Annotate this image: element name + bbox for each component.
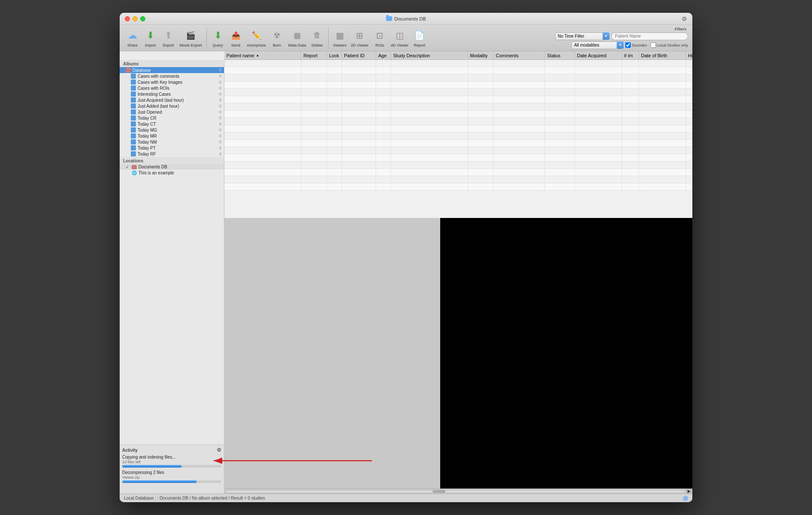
soundex-checkbox-label[interactable]: Soundex [625, 42, 647, 48]
export-button[interactable]: ⬆ Export [160, 28, 177, 48]
search-input[interactable] [611, 32, 688, 40]
sidebar-item-just-opened[interactable]: Just Opened 0 [120, 109, 224, 115]
modality-filter-select[interactable]: All modalities [571, 41, 623, 49]
2d-viewer-label: 2D Viewer [351, 43, 368, 47]
table-row[interactable] [224, 103, 692, 111]
gear-icon[interactable]: ⚙ [682, 15, 687, 22]
table-cell [224, 154, 301, 161]
col-lock[interactable]: Lock [327, 51, 342, 59]
sidebar-item-today-pt[interactable]: Today PT 0 [120, 145, 224, 151]
col-report[interactable]: Report [301, 51, 327, 59]
table-cell [376, 111, 391, 118]
minimize-button[interactable] [132, 16, 138, 21]
sidebar-item-today-mr[interactable]: Today MR 0 [120, 133, 224, 139]
anonymize-button[interactable]: ✏️ Anonymize [245, 28, 268, 48]
table-cell [468, 111, 494, 118]
table-row[interactable] [224, 96, 692, 103]
col-comments[interactable]: Comments [494, 51, 545, 59]
local-studies-checkbox[interactable] [650, 42, 656, 48]
table-cell [327, 60, 342, 67]
table-cell [224, 125, 301, 132]
col-age[interactable]: Age [376, 51, 391, 59]
just-opened-icon [131, 109, 136, 115]
col-date-birth[interactable]: Date of Birth [639, 51, 686, 59]
col-history[interactable]: History [686, 51, 692, 59]
col-num-images[interactable]: # im [622, 51, 639, 59]
sidebar-item-interesting-cases[interactable]: Interesting Cases 0 [120, 91, 224, 97]
query-button[interactable]: ⬇ Query [209, 28, 227, 48]
table-row[interactable] [224, 89, 692, 96]
table-row[interactable] [224, 74, 692, 82]
table-row[interactable] [224, 176, 692, 183]
time-filter-select[interactable]: No Time Filter [555, 32, 606, 40]
window-title: Documents DB [386, 16, 426, 21]
sidebar-item-today-ct[interactable]: Today CT 0 [120, 121, 224, 127]
table-area[interactable] [224, 60, 692, 218]
scroll-thumb[interactable] [432, 490, 445, 493]
table-row[interactable] [224, 147, 692, 154]
delete-button[interactable]: 🗑 Delete [309, 28, 326, 48]
table-row[interactable] [224, 183, 692, 191]
col-modality[interactable]: Modality [468, 51, 494, 59]
table-row[interactable] [224, 111, 692, 118]
today-nm-icon [131, 139, 136, 144]
share-button[interactable]: ☁ Share [124, 28, 141, 48]
table-row[interactable] [224, 118, 692, 125]
share-icon: ☁ [126, 29, 139, 42]
local-studies-checkbox-label[interactable]: Local Studies only [650, 42, 688, 48]
sidebar-item-just-acquired[interactable]: Just Acquired (last hour) 0 [120, 97, 224, 103]
sidebar-item-cases-key-images[interactable]: Cases with Key Images 0 [120, 79, 224, 85]
table-row[interactable] [224, 140, 692, 147]
sidebar-item-today-nm[interactable]: Today NM 0 [120, 139, 224, 145]
table-row[interactable] [224, 169, 692, 176]
sidebar-location-documents-db[interactable]: ✓ Documents DB [120, 164, 224, 170]
bottom-scrollbar[interactable]: ▶ [224, 489, 692, 494]
sidebar-item-cases-comments[interactable]: Cases with comments 0 [120, 73, 224, 79]
burn-button[interactable]: ☢ Burn [268, 28, 285, 48]
table-cell [639, 140, 686, 147]
close-button[interactable] [125, 16, 130, 21]
report-button[interactable]: 📄 Report [411, 28, 428, 48]
maximize-button[interactable] [140, 16, 145, 21]
col-date-acquired[interactable]: Date Acquired [575, 51, 622, 59]
sidebar-item-cases-rois[interactable]: Cases with ROIs 0 [120, 85, 224, 91]
table-cell [376, 89, 391, 96]
col-patient-name[interactable]: Patient name ▲ [224, 51, 301, 59]
rois-button[interactable]: ⊡ ROIs [371, 28, 388, 48]
table-row[interactable] [224, 125, 692, 132]
sidebar-item-database[interactable]: Database 0 [120, 67, 224, 73]
table-cell [639, 111, 686, 118]
sidebar-item-today-rf[interactable]: Today RF 0 [120, 151, 224, 157]
table-row[interactable] [224, 82, 692, 89]
col-patient-id[interactable]: Patient ID [342, 51, 376, 59]
send-button[interactable]: 📤 Send [227, 28, 244, 48]
col-study-desc[interactable]: Study Description [391, 51, 468, 59]
table-cell [545, 140, 575, 147]
activity-gear-icon[interactable]: ⚙ [217, 447, 221, 453]
sidebar-item-just-added[interactable]: Just Added (last hour) 0 [120, 103, 224, 109]
table-row[interactable] [224, 67, 692, 74]
table-cell [391, 132, 468, 139]
table-cell [686, 162, 692, 168]
table-cell [575, 140, 622, 147]
4d-viewer-button[interactable]: ◫ 4D Viewer [389, 28, 410, 48]
sidebar-location-example[interactable]: 🌐 This is an example [120, 170, 224, 176]
table-row[interactable] [224, 60, 692, 67]
table-row[interactable] [224, 154, 692, 162]
2d-viewer-button[interactable]: ⊞ 2D Viewer [349, 28, 370, 48]
sidebar-scroll[interactable]: Albums Database 0 Cases with comments 0 [120, 60, 224, 444]
sidebar-item-today-cr[interactable]: Today CR 0 [120, 115, 224, 121]
viewers-label: Viewers [333, 43, 347, 47]
table-row[interactable] [224, 162, 692, 169]
soundex-checkbox[interactable] [625, 42, 631, 48]
scroll-track[interactable] [225, 490, 685, 493]
viewers-button[interactable]: ▦ Viewers [331, 28, 348, 48]
folder-icon [386, 16, 392, 21]
movie-export-button[interactable]: 🎬 Movie Export [178, 28, 204, 48]
table-row[interactable] [224, 132, 692, 140]
scroll-end-button[interactable]: ▶ [686, 489, 691, 494]
sidebar-item-today-mg[interactable]: Today MG 0 [120, 127, 224, 133]
col-status[interactable]: Status [545, 51, 575, 59]
import-button[interactable]: ⬇ Import [142, 28, 159, 48]
meta-data-button[interactable]: ▦ Meta-Data [286, 28, 308, 48]
